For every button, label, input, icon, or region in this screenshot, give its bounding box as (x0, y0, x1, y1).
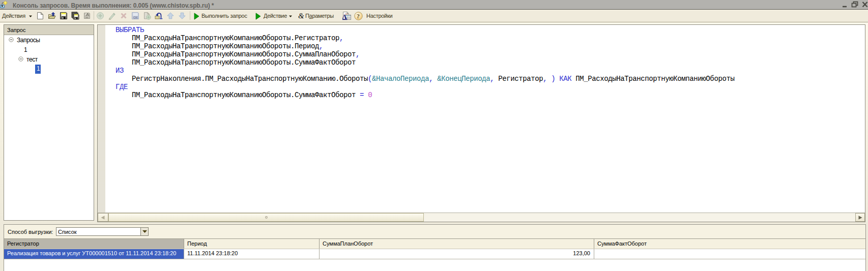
svg-text:A: A (342, 13, 347, 20)
svg-text:ОК: ОК (133, 16, 138, 19)
svg-text:?: ? (357, 13, 360, 20)
